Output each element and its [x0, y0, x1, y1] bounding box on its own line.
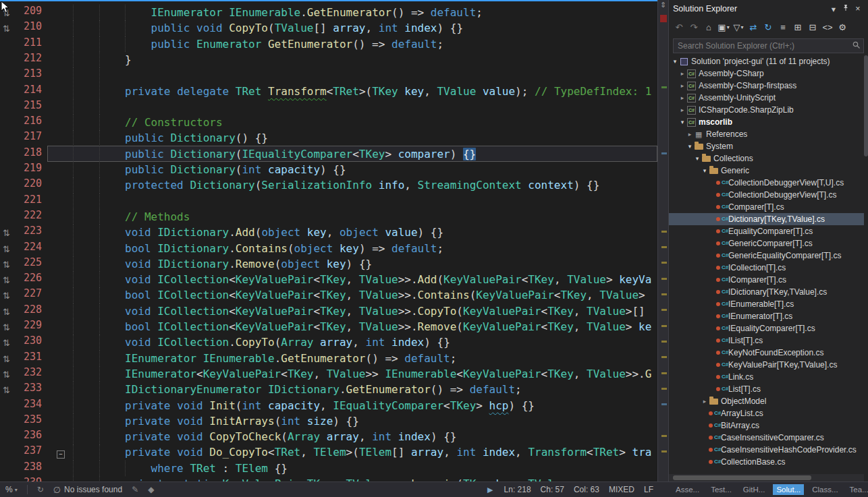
code-line[interactable]: bool IDictionary.Contains(object key) =>… [73, 241, 657, 256]
implements-icon[interactable]: ⇅ [0, 275, 10, 285]
tree-item-ienumerator-t-cs[interactable]: C#IEnumerator[T].cs [669, 310, 864, 322]
code-line[interactable]: // Constructors [73, 115, 657, 130]
line-number[interactable]: 239 [15, 476, 42, 481]
line-number[interactable]: 227 [15, 287, 42, 303]
line-number[interactable]: 220 [15, 177, 42, 193]
home-icon[interactable]: ⌂ [702, 20, 715, 34]
implements-icon[interactable]: ⇅ [0, 354, 10, 364]
explorer-vertical-scrollbar[interactable] [864, 55, 868, 156]
scrollbar-thumb[interactable] [673, 475, 811, 480]
line-number[interactable]: 210 [15, 20, 42, 36]
code-line[interactable]: private static KeyValuePair<TKey, TValue… [73, 476, 657, 481]
line-number[interactable]: 232 [15, 366, 42, 382]
tree-collapsed-arrow-icon[interactable]: ▸ [678, 94, 686, 101]
code-line[interactable]: public Dictionary(int capacity) {} [73, 162, 657, 177]
code-line[interactable]: public Dictionary(IEqualityComparer<TKey… [73, 146, 657, 162]
code-line[interactable]: void ICollection<KeyValuePair<TKey, TVal… [73, 272, 657, 287]
tree-item-collectionbase-cs[interactable]: C#CollectionBase.cs [669, 456, 864, 468]
tree-item-list-t-cs[interactable]: C#List[T].cs [669, 383, 864, 395]
encoding-indicator[interactable]: MIXED [609, 485, 634, 494]
zoom-control[interactable]: % ▾ [5, 485, 18, 494]
tree-item-iequalitycomparer-t-cs[interactable]: C#IEqualityComparer[T].cs [669, 322, 864, 334]
background-task-icon[interactable]: ↻ [37, 485, 44, 494]
line-number[interactable]: 229 [15, 319, 42, 334]
panel-tab-class[interactable]: Class... [809, 484, 841, 495]
switch-views-icon[interactable]: ▣▾ [717, 20, 730, 34]
line-number[interactable]: 231 [15, 351, 42, 366]
fold-collapse-icon[interactable]: − [57, 450, 65, 459]
gutter-cell[interactable]: ⇅ [0, 366, 15, 382]
line-number[interactable]: 211 [15, 36, 42, 52]
tree-item-collections[interactable]: ▾Collections [669, 152, 864, 165]
line-number[interactable]: 228 [15, 303, 42, 319]
tree-item-mscorlib[interactable]: ▾C#mscorlib [669, 116, 864, 128]
implements-icon[interactable]: ⇅ [0, 228, 10, 238]
line-number[interactable]: 234 [15, 398, 42, 413]
code-line[interactable]: private void Do_CopyTo<TRet, TElem>(TEle… [73, 444, 657, 460]
line-number[interactable]: 219 [15, 162, 42, 177]
eol-indicator[interactable]: LF [644, 485, 653, 494]
search-icon[interactable] [852, 41, 861, 51]
window-menu-icon[interactable]: ▾ [828, 4, 840, 14]
tree-expanded-arrow-icon[interactable]: ▾ [678, 119, 686, 125]
tree-item-objectmodel[interactable]: ▸ObjectModel [669, 395, 864, 407]
tree-item-assembly-unityscript[interactable]: ▸C#Assembly-UnityScript [669, 92, 864, 104]
code-line[interactable]: bool ICollection<KeyValuePair<TKey, TVal… [73, 319, 657, 334]
implements-icon[interactable]: ⇅ [0, 244, 10, 254]
code-line[interactable]: void IDictionary.Add(object key, object … [73, 225, 657, 240]
implements-icon[interactable]: ⇅ [0, 307, 10, 317]
code-line[interactable]: protected Dictionary(SerializationInfo i… [73, 177, 657, 193]
code-line[interactable]: public Dictionary() {} [73, 130, 657, 146]
tree-item-dictionary-tkey-tvalue-cs[interactable]: C#Dictionary[TKey,TValue].cs [669, 213, 864, 225]
gutter-cell[interactable]: ⇅ [0, 287, 15, 303]
line-number[interactable]: 222 [15, 209, 42, 225]
line-number[interactable]: 215 [15, 99, 42, 115]
editor-area[interactable]: ⇅⇅⇅⇅⇅⇅⇅⇅⇅⇅⇅⇅⇅ 20921021121221321421521621… [0, 0, 668, 481]
back-icon[interactable]: ↶ [672, 20, 686, 34]
gutter-cell[interactable]: ⇅ [0, 382, 15, 397]
code-line[interactable]: public void CopyTo(TValue[] array, int i… [73, 20, 657, 36]
show-all-files-icon[interactable]: ⊞ [791, 20, 805, 34]
code-line[interactable]: private void Init(int capacity, IEqualit… [73, 398, 657, 413]
tree-item-bitarray-cs[interactable]: C#BitArray.cs [669, 419, 864, 432]
line-number-column[interactable]: 2092102112122132142152162172182192202212… [15, 0, 47, 481]
tree-item-equalitycomparer-t-cs[interactable]: C#EqualityComparer[T].cs [669, 225, 864, 237]
line-number[interactable]: 223 [15, 225, 42, 240]
line-number[interactable]: 224 [15, 241, 42, 256]
fold-cell[interactable]: − [47, 444, 73, 460]
tree-item-references[interactable]: ▸▦References [669, 128, 864, 140]
issues-indicator[interactable]: ∅ No issues found [53, 485, 122, 495]
column-indicator[interactable]: Col: 63 [574, 485, 599, 494]
line-number[interactable]: 213 [15, 67, 42, 83]
code-line[interactable]: // Methods [73, 209, 657, 225]
code-line[interactable]: private delegate TRet Transform<TRet>(TK… [73, 84, 657, 99]
tree-item-solution-project-gui-11-of-11-projects[interactable]: ▾Solution 'project-gui' (11 of 11 projec… [669, 55, 864, 67]
code-line[interactable]: bool ICollection<KeyValuePair<TKey, TVal… [73, 287, 657, 303]
tree-item-collectiondebuggerview-t-cs[interactable]: C#CollectionDebuggerView[T].cs [669, 189, 864, 201]
tree-item-assembly-csharp[interactable]: ▸C#Assembly-CSharp [669, 67, 864, 80]
code-line[interactable] [73, 67, 657, 83]
tree-item-system[interactable]: ▾System [669, 140, 864, 152]
code-column[interactable]: IEnumerator IEnumerable.GetEnumerator() … [73, 0, 657, 481]
selection-diamond-icon[interactable]: ◆ [148, 485, 154, 494]
gutter-cell[interactable]: ⇅ [0, 303, 15, 319]
line-number[interactable]: 225 [15, 256, 42, 272]
fold-column[interactable]: − [47, 0, 73, 481]
line-number[interactable]: 233 [15, 382, 42, 397]
search-input[interactable] [676, 40, 852, 51]
code-line[interactable] [73, 99, 657, 115]
panel-tab-gith[interactable]: GitH... [740, 484, 769, 495]
gutter-cell[interactable]: ⇅ [0, 351, 15, 366]
line-number[interactable]: 226 [15, 272, 42, 287]
code-line[interactable]: void ICollection<KeyValuePair<TKey, TVal… [73, 303, 657, 319]
code-line[interactable]: IEnumerator IEnumerable.GetEnumerator() … [73, 351, 657, 366]
implements-icon[interactable]: ⇅ [0, 291, 10, 301]
code-line[interactable]: private void CopyToCheck(Array array, in… [73, 429, 657, 444]
tree-item-caseinsensitivehashcodeprovider-cs[interactable]: C#CaseInsensitiveHashCodeProvider.cs [669, 444, 864, 456]
tree-collapsed-arrow-icon[interactable]: ▸ [678, 107, 686, 113]
collapse-all-icon[interactable]: ⊟ [806, 20, 819, 34]
implements-icon[interactable]: ⇅ [0, 385, 10, 395]
line-number[interactable]: 218 [15, 146, 42, 162]
gutter-cell[interactable]: ⇅ [0, 241, 15, 256]
forward-icon[interactable]: ↷ [687, 20, 701, 34]
